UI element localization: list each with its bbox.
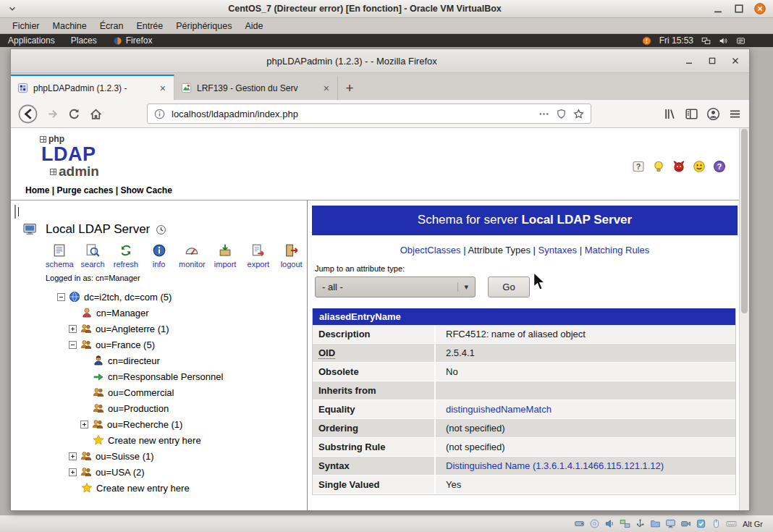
clock-label[interactable]: Fri 15:53 bbox=[659, 35, 693, 46]
schema-link-matching-rules[interactable]: Matching Rules bbox=[585, 245, 650, 256]
new-tab-button[interactable]: + bbox=[338, 76, 361, 100]
tree-node[interactable]: cn=directeur bbox=[17, 352, 307, 368]
plus-box-icon[interactable] bbox=[69, 468, 77, 476]
schema-link-objectclasses[interactable]: ObjectClasses bbox=[400, 245, 461, 256]
question-circle-icon[interactable]: ? bbox=[713, 160, 726, 173]
tree-node[interactable]: Create new entry here bbox=[17, 432, 307, 448]
vbox-window-title: CentOS_7 (Directeur error) [En fonction]… bbox=[23, 4, 706, 14]
toolbar-import[interactable]: import bbox=[210, 243, 241, 269]
help-icon[interactable]: ? bbox=[632, 160, 645, 173]
tree-node[interactable]: Create new entry here bbox=[17, 480, 307, 496]
go-button[interactable]: Go bbox=[488, 276, 530, 297]
reload-button[interactable] bbox=[67, 107, 81, 121]
volume-icon[interactable] bbox=[719, 36, 728, 46]
bulb-icon[interactable] bbox=[652, 160, 665, 173]
page-actions-icon[interactable] bbox=[538, 109, 549, 119]
gnome-item-firefox[interactable]: Firefox bbox=[105, 35, 161, 46]
tree-node[interactable]: ou=France (5) bbox=[17, 337, 307, 352]
toolbar-refresh[interactable]: refresh bbox=[111, 243, 142, 269]
vbox-maximize-button[interactable] bbox=[733, 3, 745, 14]
vbox-menu-item[interactable]: Périphériques bbox=[169, 20, 238, 33]
gnome-item-places[interactable]: Places bbox=[63, 35, 105, 46]
menu-hamburger-icon[interactable] bbox=[728, 107, 742, 121]
toolbar-logout[interactable]: logout bbox=[276, 243, 307, 269]
top-link-home[interactable]: Home bbox=[25, 185, 49, 195]
vbox-close-button[interactable] bbox=[754, 3, 766, 14]
separator: | bbox=[113, 185, 120, 195]
plus-box-icon[interactable] bbox=[69, 325, 77, 333]
bookmark-star-icon[interactable] bbox=[573, 109, 584, 119]
logo-grid-icon bbox=[50, 169, 56, 175]
vbox-minimize-button[interactable] bbox=[712, 3, 724, 14]
top-link-show-cache[interactable]: Show Cache bbox=[120, 185, 172, 195]
home-button[interactable] bbox=[89, 107, 103, 121]
tab-1[interactable]: phpLDAPadmin (1.2.3) -× bbox=[11, 75, 174, 100]
network-status-icon[interactable] bbox=[701, 36, 711, 46]
schema-link-syntaxes[interactable]: Syntaxes bbox=[538, 245, 577, 256]
attr-row-description: DescriptionRFC4512: name of aliased obje… bbox=[313, 325, 735, 344]
firefox-maximize-button[interactable] bbox=[707, 56, 717, 66]
firefox-close-button[interactable] bbox=[730, 56, 740, 66]
toolbar-schema[interactable]: schema bbox=[44, 243, 75, 269]
tree-node[interactable]: ou=Commercial bbox=[17, 384, 307, 400]
sidebar-icon[interactable] bbox=[685, 107, 698, 121]
server-name[interactable]: Local LDAP Server bbox=[46, 222, 150, 237]
attr-value: 2.5.4.1 bbox=[436, 344, 735, 362]
toolbar-monitor[interactable]: monitor bbox=[177, 243, 208, 269]
vbox-menu-item[interactable]: Entrée bbox=[130, 20, 169, 33]
tracking-shield-icon[interactable] bbox=[556, 109, 567, 119]
vbox-menu-item[interactable]: Écran bbox=[93, 20, 130, 33]
toolbar-export[interactable]: export bbox=[243, 243, 274, 269]
attr-value: RFC4512: name of aliased object bbox=[436, 325, 735, 343]
site-info-icon[interactable] bbox=[154, 109, 165, 119]
select-value: - all - bbox=[322, 282, 343, 292]
forward-button[interactable] bbox=[46, 107, 59, 121]
plus-box-icon[interactable] bbox=[69, 452, 77, 460]
back-button[interactable] bbox=[18, 104, 38, 124]
url-text[interactable]: localhost/ldapadmin/index.php bbox=[172, 109, 532, 119]
attr-value-link[interactable]: distinguishedNameMatch bbox=[446, 404, 552, 415]
expand-all-icon[interactable] bbox=[14, 205, 16, 219]
scrollbar-thumb[interactable] bbox=[741, 129, 748, 313]
attribute-type-select[interactable]: - all - ▾ bbox=[315, 276, 476, 297]
tree-node[interactable]: ou=Suisse (1) bbox=[17, 448, 307, 464]
jump-label: Jump to an attribute type: bbox=[315, 264, 738, 273]
tree-node[interactable]: ou=Production bbox=[17, 400, 307, 416]
virtualbox-window: CentOS_7 (Directeur error) [En fonction]… bbox=[0, 0, 773, 532]
tree-node[interactable]: dc=i2tch, dc=com (5) bbox=[17, 289, 307, 305]
tab-close-icon[interactable]: × bbox=[322, 83, 331, 93]
firefox-minimize-button[interactable] bbox=[684, 56, 694, 66]
chevron-down-icon[interactable] bbox=[7, 4, 17, 14]
people-icon bbox=[80, 450, 92, 462]
tree-node[interactable]: cn=Manager bbox=[17, 305, 307, 321]
tree-node[interactable]: ou=Recherche (1) bbox=[17, 416, 307, 432]
favicon-plda-icon bbox=[17, 83, 28, 93]
tree-node[interactable]: ou=Angleterre (1) bbox=[17, 321, 307, 337]
firefox-titlebar[interactable]: phpLDAPadmin (1.2.3) - - Mozilla Firefox bbox=[11, 49, 749, 73]
bug-devil-icon[interactable] bbox=[672, 160, 685, 173]
vbox-menu-item[interactable]: Machine bbox=[46, 20, 93, 33]
tab-2[interactable]: LRF139 - Gestion du Serv× bbox=[174, 76, 338, 100]
minus-box-icon[interactable] bbox=[57, 293, 65, 301]
scrollbar[interactable] bbox=[739, 128, 749, 510]
top-link-purge-caches[interactable]: Purge caches bbox=[56, 185, 113, 195]
toolbar-info[interactable]: info bbox=[143, 243, 174, 269]
library-icon[interactable] bbox=[663, 107, 677, 121]
gnome-item-applications[interactable]: Applications bbox=[0, 35, 63, 46]
attr-value-link[interactable]: Distinguished Name (1.3.6.1.4.1.1466.115… bbox=[446, 460, 664, 471]
vbox-menu-item[interactable]: Aide bbox=[238, 20, 269, 33]
attr-value: Yes bbox=[436, 476, 735, 494]
url-bar[interactable]: localhost/ldapadmin/index.php bbox=[147, 104, 591, 124]
smiley-icon[interactable] bbox=[693, 160, 706, 173]
toolbar-search[interactable]: search bbox=[77, 243, 109, 269]
separator: | bbox=[49, 185, 56, 195]
plus-box-icon[interactable] bbox=[80, 421, 88, 428]
tree-node[interactable]: cn=Responsable Personnel bbox=[17, 368, 307, 384]
minus-box-icon[interactable] bbox=[69, 341, 77, 349]
vbox-menu-item[interactable]: Fichier bbox=[6, 20, 46, 33]
tab-close-icon[interactable]: × bbox=[159, 83, 167, 93]
tray-menu-icon[interactable] bbox=[736, 36, 745, 46]
tree-node[interactable]: ou=USA (2) bbox=[17, 464, 307, 480]
account-icon[interactable] bbox=[706, 107, 720, 121]
selinux-alert-icon[interactable] bbox=[642, 36, 651, 46]
